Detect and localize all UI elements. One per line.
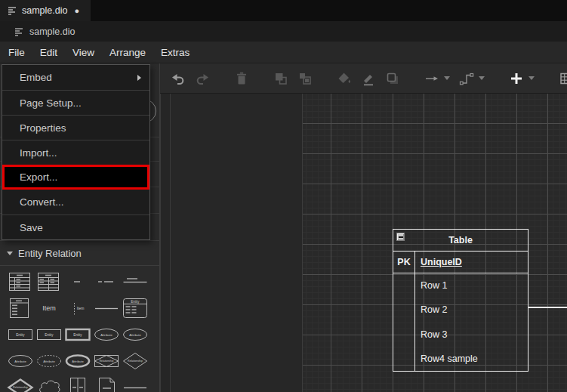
svg-text:Attribute: Attribute <box>100 332 112 336</box>
shape-er-attribute-bold[interactable]: Attribute <box>64 349 91 372</box>
dio-file-icon <box>14 27 23 36</box>
table-dropdown[interactable] <box>559 71 567 86</box>
window-title-row: sample.dio <box>0 21 567 42</box>
shape-er-item-label[interactable]: Item <box>35 296 63 319</box>
insert-dropdown[interactable] <box>509 71 535 86</box>
sidebar-splitter[interactable] <box>160 94 171 392</box>
menu-item-convert[interactable]: Convert... <box>2 190 149 215</box>
er-table-shape[interactable]: Table PK UniqueID Row 1 Row 2 Row 3 Row4… <box>393 229 528 372</box>
connection-dropdown[interactable] <box>424 71 450 86</box>
menu-item-save[interactable]: Save <box>2 215 149 239</box>
shape-er-entity-bold[interactable]: Entity <box>64 323 91 346</box>
section-title: Entity Relation <box>18 248 82 259</box>
connection-arrow-icon <box>424 71 439 86</box>
title-tab-bar: sample.dio ● <box>0 0 567 21</box>
shape-er-attribute[interactable]: Attribute <box>7 349 34 372</box>
chevron-down-icon <box>528 76 535 80</box>
line-color-icon <box>361 71 376 86</box>
shape-two-cell[interactable] <box>64 375 91 392</box>
key-field-cell[interactable]: UniqueID <box>415 252 528 273</box>
shape-er-table-pk[interactable] <box>7 270 34 293</box>
svg-text:Attribute: Attribute <box>43 359 55 363</box>
svg-text:Relationship: Relationship <box>100 360 114 363</box>
shape-er-relationship-bold[interactable]: Relationship <box>7 375 34 392</box>
svg-text:Entity: Entity <box>131 299 140 303</box>
waypoints-dropdown[interactable] <box>459 71 485 86</box>
redo-button[interactable] <box>195 70 210 87</box>
line-color-button[interactable] <box>361 70 376 87</box>
er-table-header[interactable]: Table <box>393 230 528 252</box>
chevron-down-icon <box>444 76 450 80</box>
shape-er-entity[interactable]: Entity <box>7 323 34 346</box>
svg-text:Item: Item <box>77 306 85 310</box>
shape-er-entity[interactable]: Entity <box>35 323 63 346</box>
connector-edge[interactable] <box>528 307 567 308</box>
entity-relation-header[interactable]: Entity Relation <box>0 241 159 266</box>
svg-text:Entity: Entity <box>16 332 25 336</box>
shape-er-table-list[interactable] <box>7 296 34 319</box>
shadow-button[interactable] <box>385 70 400 87</box>
to-back-icon <box>297 71 313 86</box>
menu-item-export-highlighted[interactable]: Export... <box>2 165 149 190</box>
diagram-canvas[interactable]: Table PK UniqueID Row 1 Row 2 Row 3 Row4… <box>171 94 567 392</box>
svg-text:Entity: Entity <box>73 332 82 336</box>
menu-item-properties[interactable]: Properties <box>2 115 149 140</box>
tab-title: sample.dio <box>22 5 67 16</box>
menu-file[interactable]: File <box>1 43 32 62</box>
shape-er-line[interactable] <box>93 296 120 319</box>
shape-er-rounded-table[interactable]: Entity <box>122 296 149 319</box>
shape-link-line[interactable] <box>122 375 149 392</box>
shape-er-cell[interactable] <box>64 270 91 293</box>
er-table-body: PK UniqueID Row 1 Row 2 Row 3 Row4 sampl… <box>393 252 528 372</box>
shape-er-attribute[interactable]: Attribute <box>122 323 149 346</box>
svg-text:Entity: Entity <box>45 332 54 336</box>
menubar: File Edit View Arrange Extras <box>0 42 567 63</box>
fill-color-button[interactable] <box>337 70 352 87</box>
undo-button[interactable] <box>171 70 186 87</box>
file-menu-dropdown: Embed Page Setup... Properties Import...… <box>2 64 150 240</box>
svg-text:Attribute: Attribute <box>72 359 84 363</box>
menu-item-page-setup[interactable]: Page Setup... <box>2 90 149 115</box>
pk-cell[interactable]: PK <box>393 252 414 273</box>
table-grid-icon <box>559 71 567 86</box>
shape-er-attribute-dashed[interactable]: Attribute <box>35 349 63 372</box>
shape-er-key-row[interactable] <box>93 270 120 293</box>
table-row[interactable]: Row 3 <box>415 323 528 347</box>
table-row[interactable]: Row 1 <box>415 273 528 298</box>
menu-arrange[interactable]: Arrange <box>102 43 153 62</box>
delete-button[interactable] <box>234 70 249 87</box>
shape-er-label-line[interactable] <box>122 270 149 293</box>
entity-relation-section: Entity Relation <box>0 240 159 392</box>
submenu-arrow-icon <box>137 75 141 81</box>
trash-icon <box>234 71 249 86</box>
menu-item-import[interactable]: Import... <box>2 140 149 165</box>
menu-edit[interactable]: Edit <box>32 43 65 62</box>
dio-file-icon <box>8 6 17 15</box>
svg-text:Item: Item <box>42 304 56 312</box>
shape-er-attribute[interactable]: Attribute <box>93 323 120 346</box>
table-row[interactable]: Row 2 <box>415 298 528 322</box>
redo-icon <box>195 71 210 86</box>
drawio-app: sample.dio ● sample.dio File Edit View A… <box>0 0 567 392</box>
to-front-button[interactable] <box>273 70 288 87</box>
to-front-icon <box>273 71 288 86</box>
svg-text:Attribute: Attribute <box>14 359 26 363</box>
shadow-icon <box>385 71 400 86</box>
collapse-button[interactable] <box>396 233 405 241</box>
unsaved-indicator-dot: ● <box>74 7 79 15</box>
table-row[interactable]: Row4 sample <box>415 347 528 371</box>
menu-extras[interactable]: Extras <box>153 43 197 62</box>
undo-icon <box>171 71 186 86</box>
document-tab[interactable]: sample.dio ● <box>0 0 91 21</box>
shape-er-table-2[interactable] <box>35 270 63 293</box>
shape-note[interactable] <box>93 375 120 392</box>
to-back-button[interactable] <box>297 70 313 87</box>
shape-cloud[interactable] <box>35 375 63 392</box>
svg-text:Relationship: Relationship <box>128 360 143 363</box>
shape-er-relationship-boxed[interactable]: Relationship <box>93 349 120 372</box>
shape-er-relationship[interactable]: Relationship <box>122 349 149 372</box>
shape-er-item-divider[interactable]: Item <box>64 296 91 319</box>
menu-view[interactable]: View <box>65 43 102 62</box>
menu-item-embed[interactable]: Embed <box>2 65 149 90</box>
waypoints-icon <box>459 71 474 86</box>
